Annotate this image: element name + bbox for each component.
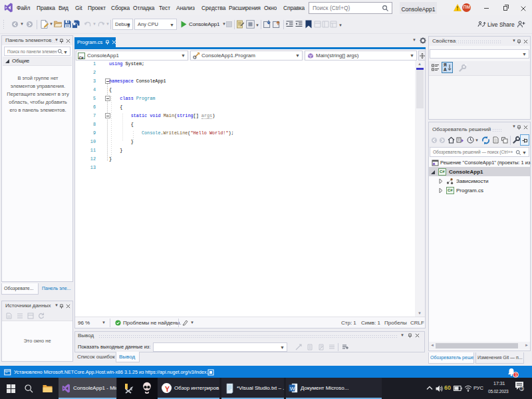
svg-text:W: W: [290, 386, 295, 392]
svg-text:1: 1: [521, 386, 523, 391]
